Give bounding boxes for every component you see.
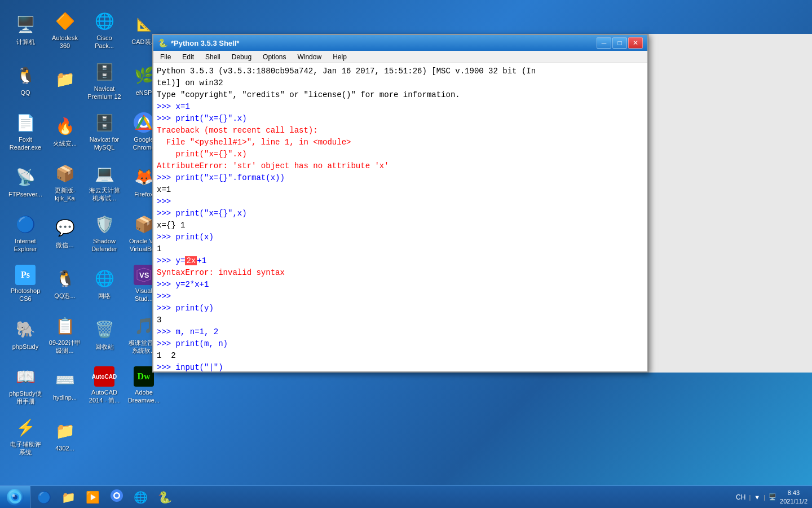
icon-update[interactable]: 📦 更新版-kjik_Ka xyxy=(45,158,85,206)
shell-line-7: File "<pyshell#1>", line 1, in <module> xyxy=(157,137,644,148)
maximize-button[interactable]: □ xyxy=(612,37,627,49)
icon-qq[interactable]: 🐧 QQ xyxy=(6,56,45,104)
icon-tianji-label: 海云天计算机考试... xyxy=(87,187,122,202)
icon-wechat[interactable]: 💬 微信... xyxy=(45,209,85,257)
taskbar-quick-launch: 🔵 📁 ▶️ 🌐 xyxy=(30,486,731,508)
start-button[interactable] xyxy=(0,486,30,509)
shell-line-2: tel)] on win32 xyxy=(157,77,644,89)
shell-line-21: >>> print(y) xyxy=(157,303,644,314)
taskbar-system-tray: CH | ▼ | 🖥️ 8:43 2021/11/2 xyxy=(731,486,812,508)
start-orb-icon xyxy=(7,489,24,506)
icon-cisco-label: Cisco Pack... xyxy=(87,34,122,49)
icon-09202-label: 09-202计甲级测... xyxy=(47,339,82,354)
icon-09202[interactable]: 📋 09-202计甲级测... xyxy=(45,310,85,358)
icon-cisco[interactable]: 🌐 Cisco Pack... xyxy=(85,6,124,54)
taskbar-clock: 8:43 2021/11/2 xyxy=(780,489,807,505)
shell-line-14: x={} 1 xyxy=(157,220,644,231)
icon-electric-system-label: 电子辅助评系统 xyxy=(8,441,43,456)
shell-line-16: 1 xyxy=(157,243,644,255)
icon-computer-label: 计算机 xyxy=(16,38,35,46)
shell-content-area[interactable]: Python 3.5.3 (v3.5.3:1880cb95a742, Jan 1… xyxy=(153,63,647,371)
shell-line-10: >>> print("x={}".format(x)) xyxy=(157,172,644,184)
taskbar-python[interactable]: 🐍 xyxy=(153,488,176,507)
icon-qq2-label: QQ迅... xyxy=(54,292,75,300)
icon-autodesk[interactable]: 🔶 Autodesk 360 xyxy=(45,6,85,54)
minimize-button[interactable]: ─ xyxy=(597,37,611,49)
icon-foxit[interactable]: 📄 Foxit Reader.exe xyxy=(6,107,45,155)
highlight-2x: 2x xyxy=(185,256,197,265)
taskbar-network-icon: 🖥️ xyxy=(769,493,776,501)
right-panel xyxy=(648,34,812,373)
taskbar-ie[interactable]: 🔵 xyxy=(33,488,56,507)
icon-foxit-label: Foxit Reader.exe xyxy=(8,136,43,151)
icon-network-label: 网络 xyxy=(98,292,111,300)
taskbar-lang: CH xyxy=(736,493,745,501)
icon-computer[interactable]: 🖥️ 计算机 xyxy=(6,6,45,54)
shell-line-25: 1 2 xyxy=(157,350,644,362)
icon-network[interactable]: 🌐 网络 xyxy=(85,260,124,308)
menu-window[interactable]: Window xyxy=(293,52,326,62)
menu-file[interactable]: File xyxy=(156,52,175,62)
icon-recycle-bin-label: 回收站 xyxy=(95,343,114,351)
icon-shadow-defender[interactable]: 🛡️ Shadow Defender xyxy=(85,209,124,257)
taskbar-chrome[interactable] xyxy=(105,488,128,507)
taskbar-network[interactable]: 🌐 xyxy=(129,488,152,507)
icon-electric-system[interactable]: ⚡ 电子辅助评系统 xyxy=(6,412,45,460)
close-button[interactable]: ✕ xyxy=(628,37,643,49)
icon-qq2[interactable]: 🐧 QQ迅... xyxy=(45,260,85,308)
window-controls: ─ □ ✕ xyxy=(597,37,643,49)
desktop-icons-grid: 🖥️ 计算机 🔶 Autodesk 360 🌐 Cisco Pack... 📐 … xyxy=(6,6,164,508)
shell-line-18: SyntaxError: invalid syntax xyxy=(157,267,644,279)
menu-shell[interactable]: Shell xyxy=(201,52,225,62)
menu-help[interactable]: Help xyxy=(328,52,351,62)
window-menubar: File Edit Shell Debug Options Window Hel… xyxy=(153,51,647,63)
icon-php-manual-label: phpStudy使用手册 xyxy=(8,390,43,405)
shell-line-5: >>> print("x={}".x) xyxy=(157,113,644,125)
taskbar-time: 8:43 xyxy=(788,489,800,497)
shell-line-4: >>> x=1 xyxy=(157,101,644,113)
icon-recycle-bin[interactable]: 🗑️ 回收站 xyxy=(85,310,124,358)
taskbar-date: 2021/11/2 xyxy=(780,497,807,505)
taskbar-explorer[interactable]: 📁 xyxy=(57,488,80,507)
shell-line-11: x=1 xyxy=(157,184,644,196)
taskbar-media[interactable]: ▶️ xyxy=(81,488,104,507)
icon-autodesk-label: Autodesk 360 xyxy=(47,34,82,49)
icon-phpstudy[interactable]: 🐘 phpStudy xyxy=(6,310,45,358)
icon-wechat-label: 微信... xyxy=(56,242,73,249)
icon-ftp[interactable]: 📡 FTPserver... xyxy=(6,158,45,206)
icon-4302[interactable]: 📁 4302... xyxy=(45,412,85,460)
window-titlebar: 🐍 *Python 3.5.3 Shell* ─ □ ✕ xyxy=(153,35,647,51)
icon-tianji[interactable]: 💻 海云天计算机考试... xyxy=(85,158,124,206)
menu-debug[interactable]: Debug xyxy=(227,52,256,62)
icon-update-label: 更新版-kjik_Ka xyxy=(47,187,82,202)
window-title-text: *Python 3.5.3 Shell* xyxy=(171,39,239,47)
icon-photoshop-label: Photoshop CS6 xyxy=(8,287,43,302)
icon-hyinput[interactable]: ⌨️ hydInp... xyxy=(45,361,85,409)
shell-line-15: >>> print(x) xyxy=(157,231,644,243)
shell-line-17: >>> y=2x+1 xyxy=(157,255,644,267)
taskbar-separator2: | xyxy=(764,494,765,501)
icon-navicat-label: Navicat Premium 12 xyxy=(87,85,122,100)
icon-navicat-mysql[interactable]: 🗄️ Navicat for MySQL xyxy=(85,107,124,155)
icon-ie[interactable]: 🔵 Internet Explorer xyxy=(6,209,45,257)
icon-autocad2014[interactable]: AutoCAD AutoCAD 2014 - 简... xyxy=(85,361,124,409)
svg-point-11 xyxy=(115,494,119,498)
menu-options[interactable]: Options xyxy=(258,52,290,62)
icon-folder[interactable]: 📁 xyxy=(45,56,85,104)
shell-line-6: Traceback (most recent call last): xyxy=(157,125,644,137)
shell-line-26: >>> input("|") xyxy=(157,362,644,371)
shell-line-12: >>> xyxy=(157,196,644,208)
menu-edit[interactable]: Edit xyxy=(178,52,198,62)
window-title-bar: 🐍 *Python 3.5.3 Shell* xyxy=(158,38,239,47)
taskbar-minimize-all[interactable]: ▼ xyxy=(754,494,760,501)
icon-photoshop[interactable]: Ps Photoshop CS6 xyxy=(6,260,45,308)
shell-line-1: Python 3.5.3 (v3.5.3:1880cb95a742, Jan 1… xyxy=(157,65,644,77)
icon-navicat[interactable]: 🗄️ Navicat Premium 12 xyxy=(85,56,124,104)
icon-huo[interactable]: 🔥 火绒安... xyxy=(45,107,85,155)
taskbar: 🔵 📁 ▶️ 🌐 xyxy=(0,485,812,508)
icon-php-manual[interactable]: 📖 phpStudy使用手册 xyxy=(6,361,45,409)
icon-huo-label: 火绒安... xyxy=(53,140,77,147)
shell-line-24: >>> print(m, n) xyxy=(157,338,644,350)
icon-firefox-label: Firefox xyxy=(134,191,153,198)
desktop: 🖥️ 计算机 🔶 Autodesk 360 🌐 Cisco Pack... 📐 … xyxy=(0,0,812,508)
